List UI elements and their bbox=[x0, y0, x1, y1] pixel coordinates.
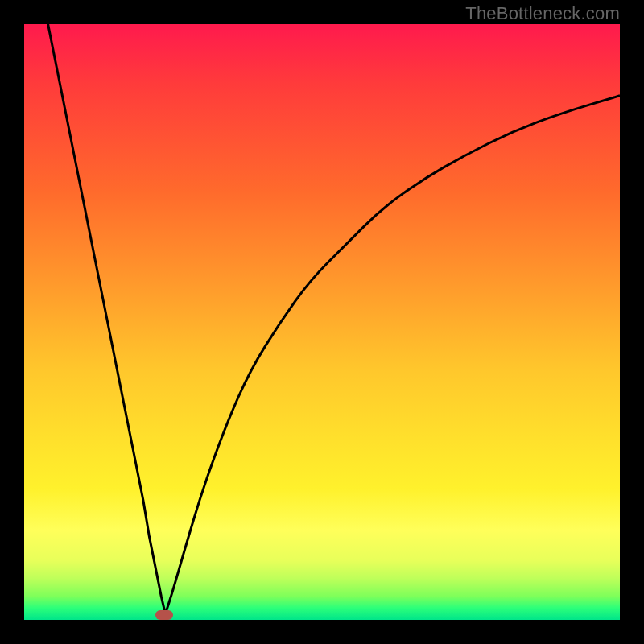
curve-right-branch bbox=[165, 96, 620, 614]
chart-frame: TheBottleneck.com bbox=[0, 0, 644, 644]
optimal-point-marker bbox=[155, 610, 173, 620]
curve-left-branch bbox=[48, 24, 166, 614]
attribution-text: TheBottleneck.com bbox=[465, 3, 620, 24]
bottleneck-curve bbox=[24, 24, 620, 620]
